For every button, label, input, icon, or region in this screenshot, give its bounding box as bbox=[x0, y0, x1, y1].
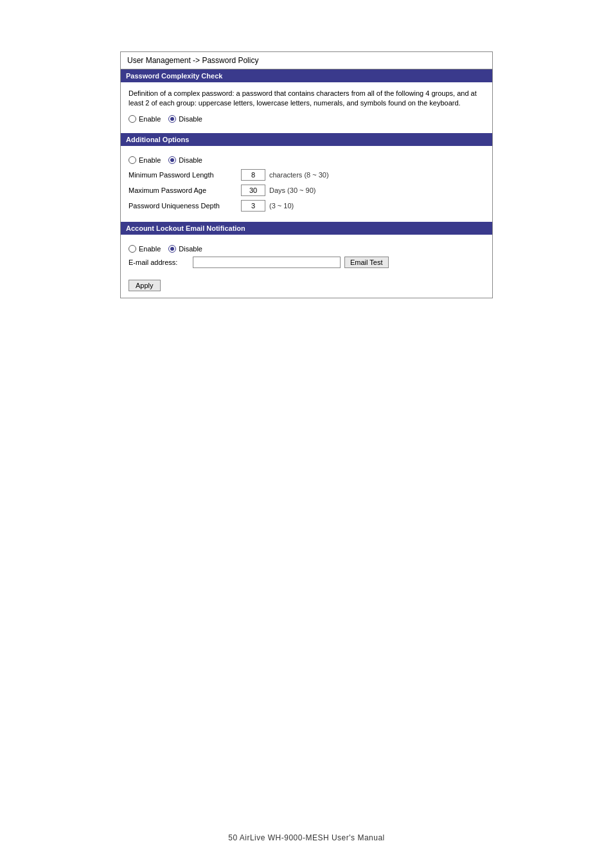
additional-enable-circle bbox=[129, 156, 136, 164]
lockout-enable-label: Enable bbox=[139, 245, 161, 253]
password-complexity-header: Password Complexity Check bbox=[121, 69, 492, 82]
complexity-disable-circle bbox=[168, 115, 176, 123]
max-password-age-input[interactable] bbox=[241, 185, 265, 196]
main-panel: User Management -> Password Policy Passw… bbox=[120, 51, 493, 298]
max-password-age-label: Maximum Password Age bbox=[129, 186, 241, 194]
min-password-length-input[interactable] bbox=[241, 169, 265, 181]
max-password-age-row: Maximum Password Age Days (30 ~ 90) bbox=[129, 185, 484, 196]
lockout-disable-label: Disable bbox=[179, 245, 202, 253]
min-password-length-row: Minimum Password Length characters (8 ~ … bbox=[129, 169, 484, 181]
min-password-length-label: Minimum Password Length bbox=[129, 171, 241, 179]
complexity-description: Definition of a complex password: a pass… bbox=[129, 89, 484, 109]
page-title: User Management -> Password Policy bbox=[127, 56, 258, 65]
additional-enable-label: Enable bbox=[139, 156, 161, 164]
additional-disable-radio[interactable]: Disable bbox=[168, 156, 202, 164]
additional-disable-label: Disable bbox=[179, 156, 202, 164]
email-test-button[interactable]: Email Test bbox=[344, 257, 389, 268]
password-complexity-body: Definition of a complex password: a pass… bbox=[121, 82, 492, 133]
complexity-enable-label: Enable bbox=[139, 115, 161, 123]
lockout-disable-radio[interactable]: Disable bbox=[168, 245, 202, 253]
account-lockout-header: Account Lockout Email Notification bbox=[121, 222, 492, 235]
additional-radio-group: Enable Disable bbox=[129, 156, 484, 164]
complexity-disable-radio[interactable]: Disable bbox=[168, 115, 202, 123]
min-password-length-hint: characters (8 ~ 30) bbox=[269, 171, 329, 179]
complexity-enable-circle bbox=[129, 115, 136, 123]
page-footer: 50 AirLive WH-9000-MESH User's Manual bbox=[0, 833, 613, 842]
lockout-enable-circle bbox=[129, 245, 136, 253]
lockout-disable-circle bbox=[168, 245, 176, 253]
password-uniqueness-input[interactable] bbox=[241, 200, 265, 212]
additional-options-body: Enable Disable Minimum Password Length c… bbox=[121, 146, 492, 222]
password-uniqueness-label: Password Uniqueness Depth bbox=[129, 202, 241, 210]
complexity-enable-radio[interactable]: Enable bbox=[129, 115, 161, 123]
panel-title: User Management -> Password Policy bbox=[121, 52, 492, 69]
footer-text: 50 AirLive WH-9000-MESH User's Manual bbox=[228, 833, 385, 842]
complexity-disable-label: Disable bbox=[179, 115, 202, 123]
max-password-age-hint: Days (30 ~ 90) bbox=[269, 186, 315, 194]
email-row: E-mail address: Email Test bbox=[129, 257, 484, 268]
lockout-radio-group: Enable Disable bbox=[129, 245, 484, 253]
password-uniqueness-hint: (3 ~ 10) bbox=[269, 202, 294, 210]
additional-disable-circle bbox=[168, 156, 176, 164]
additional-options-header: Additional Options bbox=[121, 133, 492, 146]
account-lockout-body: Enable Disable E-mail address: Email Tes… bbox=[121, 235, 492, 298]
lockout-enable-radio[interactable]: Enable bbox=[129, 245, 161, 253]
apply-button[interactable]: Apply bbox=[129, 280, 161, 291]
additional-enable-radio[interactable]: Enable bbox=[129, 156, 161, 164]
email-input[interactable] bbox=[193, 257, 341, 268]
password-uniqueness-row: Password Uniqueness Depth (3 ~ 10) bbox=[129, 200, 484, 212]
email-label: E-mail address: bbox=[129, 258, 193, 266]
complexity-radio-group: Enable Disable bbox=[129, 115, 484, 123]
